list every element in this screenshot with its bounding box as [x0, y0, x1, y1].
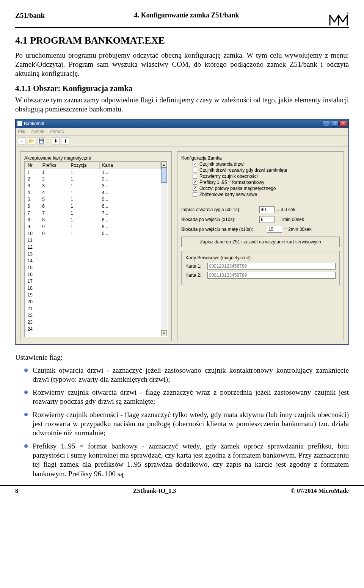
cell-pozycja: 1 [68, 230, 100, 237]
toolbar-save-icon[interactable]: 💾 [38, 137, 45, 145]
cell-pozycja [68, 312, 100, 319]
maximize-button[interactable]: □ [331, 121, 339, 127]
section-4-1-paragraph: Po uruchomieniu programu próbujemy odczy… [15, 51, 349, 78]
table-row[interactable]: 8818... [25, 216, 161, 223]
cell-nr: 1 [25, 169, 40, 176]
cell-nr: 4 [25, 189, 40, 196]
close-button[interactable]: × [339, 121, 347, 127]
input-karta1[interactable] [207, 263, 336, 270]
scroll-up-icon[interactable]: ▴ [161, 162, 167, 168]
table-row[interactable]: 15 [25, 264, 161, 271]
checkbox-0[interactable]: ✓ [193, 162, 197, 166]
table-row[interactable]: 9919... [25, 223, 161, 230]
table-row[interactable]: 22 [25, 312, 161, 319]
checkbox-1[interactable] [193, 168, 197, 172]
card-list[interactable]: Nr Prefiks Pozycja Karta 1111...2212...3… [24, 161, 168, 337]
table-row[interactable]: 12 [25, 244, 161, 251]
col-nr[interactable]: Nr [25, 162, 40, 169]
table-row[interactable]: 10010... [25, 230, 161, 237]
bankomat-window: Bankomat _ □ × Plik Zamek Pomoc ▫ 📂 💾 ⬇ … [15, 119, 349, 345]
menu-zamek[interactable]: Zamek [30, 129, 44, 134]
cell-prefiks: 7 [40, 210, 68, 216]
input-karta2[interactable] [207, 272, 336, 279]
cell-pozycja: 1 [68, 182, 100, 189]
checkbox-row-1: Czujnik drzwi rozwarty gdy drzwi zamknię… [193, 168, 340, 173]
input-impuls[interactable] [259, 206, 275, 213]
minimize-button[interactable]: _ [323, 121, 330, 127]
table-row[interactable]: 13 [25, 251, 161, 257]
scroll-track[interactable] [161, 183, 167, 330]
table-row[interactable]: 6616... [25, 203, 161, 210]
suffix-blokada-w: = 1min 00sek [277, 217, 304, 222]
checkbox-2[interactable] [193, 174, 197, 179]
toolbar-open-icon[interactable]: 📂 [28, 137, 35, 145]
table-row[interactable]: 14 [25, 257, 161, 264]
checkbox-label-2: Rozwierny czujnik obecności [199, 174, 257, 179]
group-accepted-cards-title: Akceptowane karty magnetyczne [24, 155, 91, 161]
checkbox-label-3: Prefiksy 1..95 = format bankowy [199, 180, 264, 185]
checkbox-5[interactable] [193, 192, 197, 197]
cell-prefiks: 2 [40, 176, 68, 182]
cell-karta [100, 237, 161, 244]
menu-pomoc[interactable]: Pomoc [50, 129, 64, 134]
toolbar-new-icon[interactable]: ▫ [18, 137, 25, 145]
cell-prefiks [40, 285, 68, 292]
cell-prefiks [40, 298, 68, 305]
titlebar[interactable]: Bankomat _ □ × [16, 119, 348, 128]
cell-prefiks [40, 244, 68, 251]
cell-pozycja [68, 257, 100, 264]
toolbar-download-icon[interactable]: ⬇ [52, 137, 60, 145]
col-prefiks[interactable]: Prefiks [40, 162, 68, 169]
cell-pozycja: 1 [68, 189, 100, 196]
table-row[interactable]: 16 [25, 271, 161, 278]
table-row[interactable]: 1111... [25, 169, 161, 176]
cell-pozycja [68, 285, 100, 292]
checkbox-4[interactable]: ✓ [193, 186, 197, 191]
table-row[interactable]: 7717... [25, 210, 161, 216]
cell-prefiks: 5 [40, 196, 68, 203]
cell-nr: 15 [25, 264, 40, 271]
save-to-z51-button[interactable]: Zapisz dane do Z51 i zezwól na wczytanie… [181, 237, 340, 247]
col-karta[interactable]: Karta [100, 162, 161, 169]
table-row[interactable]: 5515... [25, 196, 161, 203]
cell-nr: 8 [25, 216, 40, 223]
header-center: 4. Konfigurowanie zamka Z51/bank [134, 11, 239, 19]
table-row[interactable]: 11 [25, 237, 161, 244]
label-blokada-w: Blokada po wejściu (x10s): [181, 217, 257, 222]
scroll-down-icon[interactable]: ▾ [161, 330, 167, 336]
table-row[interactable]: 20 [25, 298, 161, 305]
cell-karta: 0... [100, 230, 161, 237]
cell-karta: 2... [100, 176, 161, 182]
cell-prefiks [40, 264, 68, 271]
app-icon [17, 121, 22, 126]
toolbar-upload-icon[interactable]: ⬆ [62, 137, 69, 145]
cell-pozycja: 1 [68, 203, 100, 210]
cell-nr: 24 [25, 326, 40, 332]
table-row[interactable]: 21 [25, 305, 161, 312]
input-blokada-m[interactable] [267, 226, 282, 233]
input-blokada-w[interactable] [259, 216, 275, 223]
menu-plik[interactable]: Plik [18, 129, 25, 134]
row-blokada-mata: Blokada po wejściu na matę (x10s): = 2mi… [181, 226, 340, 233]
table-row[interactable]: 3313... [25, 182, 161, 189]
table-row[interactable]: 19 [25, 292, 161, 298]
toolbar: ▫ 📂 💾 ⬇ ⬆ [16, 136, 348, 147]
table-row[interactable]: 23 [25, 319, 161, 326]
table-row[interactable]: 24 [25, 326, 161, 332]
cell-prefiks: 8 [40, 216, 68, 223]
checkbox-row-0: ✓Czujnik otwarcia drzwi [193, 162, 340, 167]
checkbox-row-2: Rozwierny czujnik obecności [193, 174, 340, 179]
scrollbar[interactable]: ▴ ▾ [161, 162, 167, 336]
suffix-impuls: = 4,0 sek [277, 207, 295, 212]
cell-nr: 19 [25, 292, 40, 298]
table-row[interactable]: 17 [25, 278, 161, 285]
col-pozycja[interactable]: Pozycja [68, 162, 100, 169]
cell-pozycja: 1 [68, 176, 100, 182]
menubar: Plik Zamek Pomoc [16, 128, 348, 136]
scroll-thumb[interactable] [161, 168, 167, 183]
table-row[interactable]: 18 [25, 285, 161, 292]
checkbox-3[interactable]: ✓ [193, 180, 197, 185]
cell-pozycja [68, 244, 100, 251]
table-row[interactable]: 2212... [25, 176, 161, 182]
table-row[interactable]: 4414... [25, 189, 161, 196]
